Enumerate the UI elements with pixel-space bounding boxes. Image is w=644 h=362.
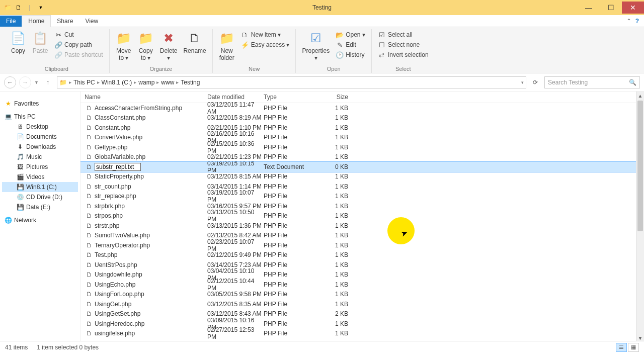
file-tab[interactable]: File [0, 16, 22, 27]
favorites-node[interactable]: ★Favorites [2, 99, 78, 109]
collapse-ribbon-icon[interactable]: ⌃ [626, 18, 631, 25]
properties-icon[interactable]: 🗋 [14, 3, 23, 12]
easy-access-button[interactable]: ⚡Easy access ▾ [240, 40, 291, 49]
col-name[interactable]: Name [85, 94, 207, 101]
refresh-button[interactable]: ⟳ [529, 76, 541, 88]
view-tab[interactable]: View [79, 16, 104, 27]
nav-item[interactable]: ⬇Downloads [2, 142, 78, 152]
network-node[interactable]: 🌐Network [2, 215, 78, 225]
file-icon: 🗋 [85, 203, 94, 210]
file-row[interactable]: 🗋ConvertValue.php02/16/2015 10:16 PMPHP … [80, 133, 644, 143]
nav-item[interactable]: 🎬Videos [2, 172, 78, 182]
properties-button[interactable]: ☑Properties ▾ [299, 29, 333, 62]
file-row[interactable]: 🗋Gettype.php02/15/2015 10:36 PMPHP File1… [80, 142, 644, 152]
copy-path-button[interactable]: 🔗Copy path [53, 40, 104, 49]
file-row[interactable]: 🗋UsingGet.php03/12/2015 8:35 AMPHP File1… [80, 299, 644, 309]
file-name: TernaryOperator.php [95, 242, 150, 249]
nav-item[interactable]: 🖼Pictures [2, 162, 78, 172]
invert-selection-button[interactable]: ⇄Invert selection [377, 50, 430, 59]
file-row[interactable]: 🗋strpos.php03/13/2015 10:50 PMPHP File1 … [80, 211, 644, 221]
copy-button[interactable]: 📄 Copy [7, 29, 29, 55]
scroll-thumb[interactable] [637, 101, 643, 231]
nav-item[interactable]: 🎵Music [2, 152, 78, 162]
nav-item-label: Win8.1 (C:) [26, 184, 57, 191]
file-row[interactable]: 🗋str_replace.php03/19/2015 10:07 PMPHP F… [80, 192, 644, 202]
col-type[interactable]: Type [264, 94, 322, 101]
share-tab[interactable]: Share [51, 16, 79, 27]
address-bar[interactable]: 📁 ▸ This PC▸ Win8.1 (C:)▸ wamp▸ www▸ Tes… [57, 76, 526, 88]
file-row[interactable]: 🗋UsingForLoop.php03/05/2015 9:58 PMPHP F… [80, 290, 644, 300]
qat-dropdown-icon[interactable]: ▼ [36, 3, 45, 12]
icons-view-button[interactable]: ▦ [628, 343, 639, 352]
scrollbar[interactable]: ▲ ▼ [636, 92, 644, 342]
scroll-up-icon[interactable]: ▲ [636, 92, 644, 100]
crumb-this-pc[interactable]: This PC [73, 79, 95, 86]
nav-item-icon: 💿 [16, 193, 24, 201]
open-button[interactable]: 📂Open ▾ [335, 30, 366, 39]
file-row[interactable]: 🗋strstr.php03/13/2015 1:36 PMPHP File1 K… [80, 221, 644, 231]
recent-locations-button[interactable]: ▼ [34, 80, 39, 85]
this-pc-node[interactable]: 💻This PC [2, 112, 78, 122]
file-icon: 🗋 [85, 163, 94, 170]
forward-button[interactable]: → [19, 76, 31, 88]
help-icon[interactable]: ? [635, 18, 639, 25]
rename-button[interactable]: 🗋Rename [180, 29, 209, 55]
select-none-button[interactable]: ☐Select none [377, 40, 430, 49]
crumb-wamp[interactable]: wamp [138, 79, 154, 86]
file-row[interactable]: 🗋Usingdowhile.php03/04/2015 10:10 PMPHP … [80, 270, 644, 280]
rename-input[interactable] [95, 163, 141, 171]
maximize-button[interactable]: ☐ [600, 2, 622, 14]
select-all-button[interactable]: ☑Select all [377, 30, 430, 39]
crumb-drive[interactable]: Win8.1 (C:) [102, 79, 132, 86]
edit-button[interactable]: ✎Edit [335, 40, 366, 49]
crumb-testing[interactable]: Testing [181, 79, 200, 86]
nav-item[interactable]: 📄Documents [2, 132, 78, 142]
select-label: Select [375, 66, 432, 73]
minimize-button[interactable]: — [578, 2, 600, 14]
file-row[interactable]: 🗋UsingEcho.php02/12/2015 10:44 PMPHP Fil… [80, 280, 644, 290]
search-box[interactable]: 🔍 [544, 76, 640, 88]
close-button[interactable]: ✕ [622, 2, 644, 14]
new-item-button[interactable]: 🗋New item ▾ [240, 30, 291, 39]
cursor-icon: ➤ [399, 227, 409, 238]
file-row[interactable]: 🗋Test.php02/12/2015 9:49 PMPHP File1 KB [80, 250, 644, 260]
nav-item[interactable]: 💾Win8.1 (C:) [2, 182, 78, 192]
back-button[interactable]: ← [4, 76, 16, 88]
up-button[interactable]: ↑ [42, 76, 54, 88]
file-row[interactable]: 🗋TernaryOperator.php02/23/2015 10:07 PMP… [80, 240, 644, 250]
new-folder-button[interactable]: 📁New folder [216, 29, 238, 62]
nav-item[interactable]: 💾Data (E:) [2, 202, 78, 212]
file-row[interactable]: 🗋UentStrPos.php03/14/2015 7:23 AMPHP Fil… [80, 260, 644, 270]
file-size: 1 KB [322, 183, 352, 190]
crumb-www[interactable]: www [161, 79, 174, 86]
copy-to-button[interactable]: 📁Copy to ▾ [135, 29, 157, 62]
file-row[interactable]: 🗋GlobalVariable.php02/21/2015 1:23 PMPHP… [80, 152, 644, 162]
file-row[interactable]: 🗋ClassConstant.php03/12/2015 8:19 AMPHP … [80, 113, 644, 123]
delete-button[interactable]: ✖Delete ▾ [157, 29, 181, 62]
home-tab[interactable]: Home [22, 15, 51, 27]
address-dropdown-icon[interactable]: ▾ [521, 80, 524, 85]
file-row[interactable]: 🗋str_count.php03/14/2015 1:14 PMPHP File… [80, 182, 644, 192]
item-count: 41 items [5, 344, 28, 351]
details-view-button[interactable]: ☰ [616, 343, 627, 352]
file-row[interactable]: 🗋AccessCharacterFromString.php03/12/2015… [80, 103, 644, 113]
file-row[interactable]: 🗋UsingGetSet.php03/12/2015 8:43 AMPHP Fi… [80, 309, 644, 319]
col-size[interactable]: Size [322, 94, 352, 101]
history-button[interactable]: 🕑History [335, 50, 366, 59]
search-input[interactable] [548, 79, 629, 86]
cut-button[interactable]: ✂Cut [53, 30, 104, 39]
paste-button[interactable]: 📋 Paste [29, 29, 51, 55]
file-row[interactable]: 🗋Constant.php02/21/2015 1:10 PMPHP File1… [80, 123, 644, 133]
move-to-button[interactable]: 📁Move to ▾ [113, 29, 135, 62]
file-row[interactable]: 🗋usingifelse.php02/27/2015 12:53 PMPHP F… [80, 329, 644, 339]
nav-item[interactable]: 💿CD Drive (D:) [2, 192, 78, 202]
file-row[interactable]: 🗋SumofTwoValue.php02/13/2015 8:42 AMPHP … [80, 231, 644, 241]
paste-shortcut-button[interactable]: 🔗Paste shortcut [53, 50, 104, 59]
file-row[interactable]: 🗋UsingHeredoc.php03/09/2015 10:16 PMPHP … [80, 319, 644, 329]
file-row[interactable]: 🗋StaticProperty.php03/12/2015 8:15 AMPHP… [80, 172, 644, 182]
titlebar: 📁 🗋 | ▼ Testing — ☐ ✕ [0, 0, 644, 15]
col-date[interactable]: Date modified [207, 94, 264, 101]
file-row[interactable]: 🗋03/19/2015 10:15 PMText Document0 KB [80, 162, 644, 172]
nav-item[interactable]: 🖥Desktop [2, 122, 78, 132]
file-row[interactable]: 🗋strpbrk.php03/16/2015 9:57 PMPHP File1 … [80, 201, 644, 211]
